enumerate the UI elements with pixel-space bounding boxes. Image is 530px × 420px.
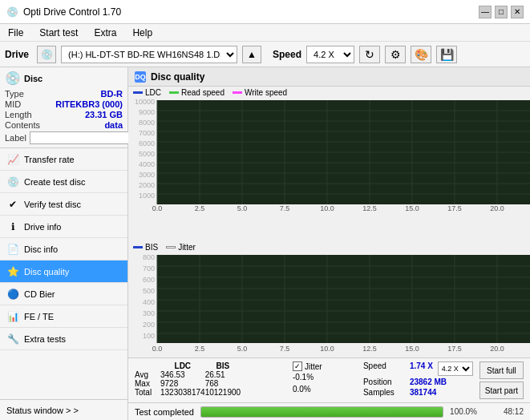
sidebar-item-extra-tests[interactable]: 🔧 Extra tests (0, 328, 127, 350)
disc-quality-icon: ⭐ (6, 265, 19, 278)
legend-writespeed-label: Write speed (245, 88, 287, 97)
total-ldc: 1323038174 (160, 388, 205, 397)
svg-text:9000: 9000 (139, 108, 155, 116)
position-value: 23862 MB (410, 378, 447, 386)
sidebar-item-create-test-disc[interactable]: 💿 Create test disc (0, 171, 127, 193)
eject-button[interactable]: ▲ (242, 46, 261, 63)
verify-test-disc-icon: ✔ (6, 198, 19, 211)
max-ldc: 9728 (160, 379, 205, 388)
menu-help[interactable]: Help (129, 26, 156, 40)
svg-text:300: 300 (143, 309, 155, 317)
drivebar: Drive 💿 (H:) HL-DT-ST BD-RE WH16NS48 1.D… (0, 42, 530, 67)
fe-te-icon: 📊 (6, 310, 19, 323)
status-window-button[interactable]: Status window > > (0, 399, 127, 420)
legend-bis: BIS (133, 243, 158, 252)
menubar: File Start test Extra Help (0, 24, 530, 42)
stats-table: LDC BIS Avg 346.53 26.51 Max 9728 768 (135, 361, 286, 397)
color-button[interactable]: 🎨 (411, 46, 431, 63)
svg-text:7.5: 7.5 (280, 204, 290, 211)
titlebar: 💿 Opti Drive Control 1.70 — □ ✕ (0, 0, 530, 24)
app-icon: 💿 (6, 6, 18, 18)
disc-panel-title: Disc (24, 74, 42, 83)
position-label: Position (363, 378, 405, 386)
stats-total-row: Total 1323038174 10121900 (135, 388, 241, 397)
sidebar-item-drive-info-label: Drive info (24, 222, 61, 232)
avg-bis: 26.51 (205, 370, 241, 379)
speed-position-section: Speed 1.74 X 4.2 X Position 23862 MB Sam… (363, 361, 473, 397)
jitter-color (166, 246, 176, 248)
legend-readspeed-label: Read speed (181, 88, 225, 97)
menu-file[interactable]: File (5, 26, 26, 40)
svg-text:2.5: 2.5 (195, 204, 205, 211)
sidebar-item-disc-info[interactable]: 📄 Disc info (0, 238, 127, 260)
quality-speed-select[interactable]: 4.2 X (438, 361, 473, 376)
speed-row-value: 1.74 X (410, 361, 433, 376)
disc-length-row: Length 23.31 GB (5, 110, 123, 119)
progress-percent: 100.0% (450, 407, 477, 416)
disc-type-value: BD-R (101, 89, 123, 99)
svg-text:7000: 7000 (139, 129, 155, 137)
svg-text:1000: 1000 (139, 192, 155, 200)
svg-text:2.5: 2.5 (195, 345, 205, 353)
stats-max-row: Max 9728 768 (135, 379, 241, 388)
disc-label-label: Label (5, 133, 26, 143)
drive-icon: 💿 (37, 46, 56, 63)
progress-bar-outer (200, 406, 443, 418)
sidebar-item-transfer-rate[interactable]: 📈 Transfer rate (0, 148, 127, 171)
sidebar-item-disc-quality-label: Disc quality (24, 267, 69, 277)
jitter-column: Jitter -0.1% 0.0% (293, 361, 357, 395)
legend-writespeed: Write speed (233, 88, 287, 97)
disc-panel-header: 💿 Disc (5, 71, 123, 86)
jitter-checkbox[interactable] (293, 361, 302, 371)
svg-text:17.5: 17.5 (447, 345, 462, 353)
svg-text:7.5: 7.5 (280, 345, 290, 353)
status-window-label: Status window > > (6, 406, 79, 415)
main-layout: 💿 Disc Type BD-R MID RITEKBR3 (000) Leng… (0, 67, 530, 420)
start-part-button[interactable]: Start part (479, 382, 524, 399)
progress-bar-inner (201, 407, 443, 417)
menu-start-test[interactable]: Start test (36, 26, 81, 40)
save-button[interactable]: 💾 (436, 46, 457, 63)
svg-text:2000: 2000 (139, 181, 155, 189)
svg-text:400: 400 (143, 298, 155, 306)
svg-text:5.0: 5.0 (237, 345, 248, 353)
speed-label: Speed (273, 49, 301, 60)
settings-button[interactable]: ⚙ (385, 46, 406, 63)
svg-text:10.0: 10.0 (320, 204, 334, 211)
svg-text:5.0: 5.0 (237, 204, 248, 211)
sidebar-item-create-test-disc-label: Create test disc (24, 177, 85, 187)
svg-text:700: 700 (143, 265, 155, 273)
app-title: Opti Drive Control 1.70 (23, 6, 121, 18)
disc-contents-label: Contents (5, 120, 40, 130)
sidebar-item-transfer-rate-label: Transfer rate (24, 155, 75, 164)
sidebar-item-drive-info[interactable]: ℹ Drive info (0, 216, 127, 238)
disc-label-input[interactable] (30, 131, 136, 144)
ldc-color (133, 91, 143, 94)
menu-extra[interactable]: Extra (91, 26, 119, 40)
sidebar-item-fe-te[interactable]: 📊 FE / TE (0, 305, 127, 328)
disc-contents-row: Contents data (5, 120, 123, 130)
sidebar-item-verify-test-disc[interactable]: ✔ Verify test disc (0, 193, 127, 216)
disc-quality-panel-icon: DQ (135, 71, 146, 83)
position-row: Position 23862 MB (363, 378, 473, 386)
jitter-label: Jitter (305, 362, 322, 371)
sidebar-item-cd-bier[interactable]: 🔵 CD Bier (0, 283, 127, 305)
svg-text:800: 800 (143, 253, 155, 261)
sidebar-item-disc-quality[interactable]: ⭐ Disc quality (0, 260, 127, 283)
max-bis: 768 (205, 379, 241, 388)
disc-type-row: Type BD-R (5, 89, 123, 99)
legend-jitter: Jitter (166, 243, 196, 252)
close-button[interactable]: ✕ (511, 6, 524, 18)
svg-rect-53 (157, 255, 530, 343)
refresh-button[interactable]: ↻ (359, 46, 380, 63)
svg-text:10000: 10000 (135, 99, 155, 106)
sidebar: 💿 Disc Type BD-R MID RITEKBR3 (000) Leng… (0, 67, 128, 420)
readspeed-color (169, 91, 179, 94)
maximize-button[interactable]: □ (495, 6, 508, 18)
start-full-button[interactable]: Start full (479, 361, 524, 379)
drive-select[interactable]: (H:) HL-DT-ST BD-RE WH16NS48 1.D3 (61, 46, 237, 63)
speed-select-drive[interactable]: 4.2 X (306, 46, 354, 63)
minimize-button[interactable]: — (479, 6, 492, 18)
progress-status: Test completed (135, 407, 194, 417)
action-buttons: Start full Start part (479, 361, 524, 399)
